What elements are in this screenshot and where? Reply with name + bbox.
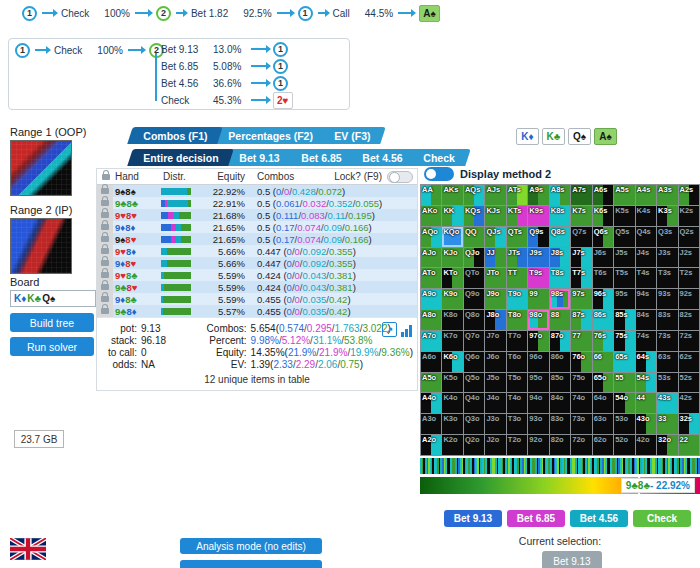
matrix-cell[interactable]: Q7o (464, 331, 484, 351)
matrix-cell[interactable]: Q8o (464, 310, 484, 330)
table-row[interactable]: 9♥8♣5.59%0.424 (0/0/0.043/0.381) (97, 269, 417, 281)
matrix-cell[interactable]: J8s (550, 248, 570, 268)
matrix-cell[interactable]: 85o (550, 373, 570, 393)
tree-node[interactable]: 1 (22, 6, 37, 21)
matrix-cell[interactable]: 52s (679, 373, 699, 393)
matrix-cell[interactable]: 64s (636, 352, 656, 372)
matrix-cell[interactable]: 96o (528, 352, 548, 372)
matrix-cell[interactable]: ATs (507, 185, 527, 205)
matrix-cell[interactable]: A6o (421, 352, 441, 372)
matrix-cell[interactable]: T2s (679, 268, 699, 288)
matrix-cell[interactable]: 98o (528, 310, 548, 330)
matrix-cell[interactable]: 65s (614, 352, 634, 372)
matrix-cell[interactable]: K9o (442, 289, 462, 309)
matrix-cell[interactable]: A2o (421, 435, 441, 455)
matrix-cell[interactable]: 97o (528, 331, 548, 351)
matrix-cell[interactable]: QTs (507, 227, 527, 247)
tree-node[interactable]: 1 (273, 42, 288, 57)
matrix-cell[interactable]: K5s (614, 206, 634, 226)
matrix-cell[interactable]: 84s (636, 310, 656, 330)
build-tree-button[interactable]: Build tree (10, 313, 94, 332)
table-row[interactable]: 9♦8♦21.65%0.5 (0.17/0.074/0.09/0.166) (97, 221, 417, 233)
matrix-cell[interactable]: A5s (614, 185, 634, 205)
tab-entire-decision[interactable]: Entire decision (127, 149, 234, 166)
matrix-cell[interactable]: QTo (464, 268, 484, 288)
matrix-cell[interactable]: 76s (593, 331, 613, 351)
matrix-cell[interactable]: J2o (485, 435, 505, 455)
matrix-cell[interactable]: 43s (657, 393, 677, 413)
matrix-cell[interactable]: AJo (421, 248, 441, 268)
matrix-cell[interactable]: KJs (485, 206, 505, 226)
matrix-cell[interactable]: J4s (636, 248, 656, 268)
tab-check[interactable]: Check (407, 149, 470, 166)
matrix-cell[interactable]: 95s (614, 289, 634, 309)
matrix-cell[interactable]: AQo (421, 227, 441, 247)
matrix-cell[interactable]: J9o (485, 289, 505, 309)
display-method-toggle[interactable] (424, 167, 454, 181)
matrix-cell[interactable]: A4s (636, 185, 656, 205)
table-row[interactable]: 9♠8♥21.65%0.5 (0.17/0.074/0.09/0.166) (97, 233, 417, 245)
matrix-cell[interactable]: T3s (657, 268, 677, 288)
matrix-cell[interactable]: JTo (485, 268, 505, 288)
tab-combos-f1[interactable]: Combos (F1) (127, 127, 223, 144)
matrix-cell[interactable]: 88 (550, 310, 570, 330)
matrix-cell[interactable]: T3o (507, 414, 527, 434)
matrix-cell[interactable]: QJs (485, 227, 505, 247)
matrix-cell[interactable]: 44 (636, 393, 656, 413)
matrix-cell[interactable]: K2s (679, 206, 699, 226)
matrix-cell[interactable]: 63s (657, 352, 677, 372)
matrix-cell[interactable]: 42s (679, 393, 699, 413)
matrix-cell[interactable]: 55 (614, 373, 634, 393)
matrix-cell[interactable]: 73s (657, 331, 677, 351)
matrix-cell[interactable]: 92s (679, 289, 699, 309)
matrix-cell[interactable]: K8s (550, 206, 570, 226)
matrix-cell[interactable]: J6s (593, 248, 613, 268)
matrix-cell[interactable]: 77 (571, 331, 591, 351)
matrix-cell[interactable]: 83o (550, 414, 570, 434)
matrix-cell[interactable]: A8s (550, 185, 570, 205)
range2-thumbnail[interactable] (10, 218, 72, 274)
tab-bet-9-13[interactable]: Bet 9.13 (224, 149, 296, 166)
tab-percentages-f2[interactable]: Percentages (F2) (212, 127, 328, 144)
matrix-cell[interactable]: 83s (657, 310, 677, 330)
matrix-cell[interactable]: JTs (507, 248, 527, 268)
matrix-cell[interactable]: Q4s (636, 227, 656, 247)
matrix-cell[interactable]: T4o (507, 393, 527, 413)
matrix-cell[interactable]: T7s (571, 268, 591, 288)
matrix-cell[interactable]: AJs (485, 185, 505, 205)
matrix-cell[interactable]: 66 (593, 352, 613, 372)
matrix-cell[interactable]: 96s (593, 289, 613, 309)
matrix-cell[interactable]: K6s (593, 206, 613, 226)
matrix-cell[interactable]: K4o (442, 393, 462, 413)
matrix-cell[interactable]: K7o (442, 331, 462, 351)
matrix-cell[interactable]: KTo (442, 268, 462, 288)
matrix-cell[interactable]: T2o (507, 435, 527, 455)
lock-f9-toggle[interactable] (387, 171, 413, 183)
table-row[interactable]: 9♥8♦5.66%0.447 (0/0/0.092/0.355) (97, 245, 417, 257)
row-lock-cell[interactable] (97, 305, 113, 317)
matrix-cell[interactable]: Q2o (464, 435, 484, 455)
matrix-cell[interactable]: 97s (571, 289, 591, 309)
matrix-cell[interactable]: 82o (550, 435, 570, 455)
tree-node[interactable]: 1 (298, 6, 313, 21)
matrix-cell[interactable]: 84o (550, 393, 570, 413)
current-selection-value[interactable]: Bet 9.13 (542, 551, 602, 568)
matrix-cell[interactable]: Q6o (464, 352, 484, 372)
matrix-cell[interactable]: 92o (528, 435, 548, 455)
matrix-cell[interactable]: 93o (528, 414, 548, 434)
matrix-cell[interactable]: AKo (421, 206, 441, 226)
export-icon[interactable]: ↗ (382, 322, 397, 337)
matrix-cell[interactable]: 87s (571, 310, 591, 330)
analysis-mode-button[interactable]: Analysis mode (no edits) (180, 538, 322, 554)
matrix-cell[interactable]: 73o (571, 414, 591, 434)
matrix-cell[interactable]: 62o (593, 435, 613, 455)
matrix-cell[interactable]: 75o (571, 373, 591, 393)
matrix-cell[interactable]: Q2s (679, 227, 699, 247)
matrix-cell[interactable]: A8o (421, 310, 441, 330)
board-input[interactable]: K♦K♣Q♠ (10, 290, 96, 307)
matrix-cell[interactable]: 33 (657, 414, 677, 434)
action-button-check[interactable]: Check (633, 510, 691, 527)
chart-icon[interactable] (401, 324, 412, 337)
uk-flag-icon[interactable] (10, 538, 46, 562)
matrix-cell[interactable]: KK (442, 206, 462, 226)
